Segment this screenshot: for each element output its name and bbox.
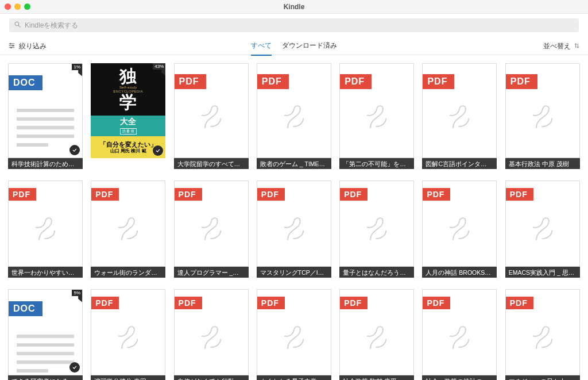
book-item[interactable]: PDF社会政策 駒村 康平,…	[339, 289, 414, 380]
book-cover[interactable]: PDF	[339, 181, 414, 267]
book-cover-art: 独Self-studyENCYCLOPEDIA学大全読 書 猿「自分を変えたい」…	[91, 63, 165, 158]
book-cover[interactable]: PDF	[174, 181, 249, 267]
tab-downloaded[interactable]: ダウンロード済み	[282, 37, 337, 56]
book-cover[interactable]: PDF	[174, 289, 249, 375]
book-item[interactable]: DOC1%科学技術計算のため…	[8, 63, 83, 169]
sort-label: 並べ替え	[543, 41, 571, 51]
book-title: 演習微分積分 寺田…	[91, 375, 165, 380]
pdf-icon	[277, 101, 311, 136]
sort-button[interactable]: 並べ替え	[543, 41, 580, 51]
book-cover[interactable]: PDF	[422, 181, 497, 267]
book-title: マスタリングTCP／I…	[257, 267, 331, 278]
pdf-icon	[360, 213, 393, 248]
book-cover[interactable]: PDF	[91, 181, 165, 267]
book-title: 科学技術計算のため…	[8, 158, 83, 169]
book-title: ウォール街のランダ…	[91, 267, 165, 278]
svg-line-1	[18, 25, 20, 27]
downloaded-check-icon	[69, 145, 80, 155]
search-input[interactable]	[25, 21, 574, 29]
pdf-badge: PDF	[175, 74, 206, 89]
pdf-badge: PDF	[9, 188, 36, 201]
pdf-badge: PDF	[340, 74, 372, 89]
book-title: 「第二の不可能」を追…	[339, 158, 414, 169]
search-icon	[14, 20, 21, 30]
book-cover[interactable]: DOC1%	[8, 63, 83, 158]
book-cover[interactable]: PDF	[505, 181, 580, 267]
book-cover[interactable]: DOC5%	[8, 289, 83, 375]
pdf-badge: PDF	[340, 297, 368, 309]
book-item[interactable]: PDF世界一わかりやすい…	[8, 181, 83, 278]
search-box[interactable]	[9, 18, 579, 32]
progress-badge: 1%	[72, 64, 82, 70]
sort-icon	[574, 43, 580, 51]
book-cover[interactable]: PDF	[339, 289, 414, 375]
progress-badge: 5%	[72, 290, 82, 296]
filter-label: 絞り込み	[19, 41, 47, 51]
pdf-badge: PDF	[91, 188, 119, 201]
book-cover[interactable]: 独Self-studyENCYCLOPEDIA学大全読 書 猿「自分を変えたい」…	[91, 63, 165, 158]
book-item[interactable]: PDF「第二の不可能」を追…	[339, 63, 414, 169]
book-item[interactable]: PDF演習微分積分 寺田…	[91, 289, 165, 380]
pdf-badge: PDF	[423, 297, 450, 309]
pdf-badge: PDF	[506, 74, 537, 89]
book-item[interactable]: PDF社会・政策の統計の…	[422, 289, 497, 380]
pdf-icon	[195, 101, 228, 136]
pdf-icon	[526, 101, 559, 136]
pdf-icon	[443, 321, 476, 357]
pdf-icon	[195, 321, 228, 357]
book-item[interactable]: PDF大学院留学のすべて…	[174, 63, 249, 169]
book-cover[interactable]: PDF	[505, 289, 580, 375]
book-cover[interactable]: PDF	[174, 63, 249, 158]
book-item[interactable]: PDFマスタリングTCP／I…	[257, 181, 331, 278]
book-title: 大学院留学のすべて…	[174, 158, 249, 169]
pdf-icon	[277, 321, 311, 357]
pdf-badge: PDF	[91, 297, 119, 309]
book-item[interactable]: PDF量子とはなんだろう…	[339, 181, 414, 278]
book-item[interactable]: PDF敗者のゲーム _ TIME…	[257, 63, 331, 169]
book-item[interactable]: PDF基本行政法 中原 茂樹	[505, 63, 580, 169]
book-item[interactable]: PDFマネジャーの最も大…	[505, 289, 580, 380]
library-tabs: すべて ダウンロード済み	[0, 37, 588, 56]
book-item[interactable]: PDF人月の神話 BROOKS…	[422, 181, 497, 278]
window-title: Kindle	[0, 3, 588, 11]
book-item[interactable]: 独Self-studyENCYCLOPEDIA学大全読 書 猿「自分を変えたい」…	[91, 63, 165, 169]
book-cover[interactable]: PDF	[257, 289, 331, 375]
book-title: EMACS実践入門 _ 思…	[505, 267, 580, 278]
book-item[interactable]: PDF達人プログラマー _…	[174, 181, 249, 278]
book-cover[interactable]: PDF	[339, 63, 414, 158]
book-item[interactable]: PDF自信がなくても行動…	[174, 289, 249, 380]
book-cover[interactable]: PDF	[257, 181, 331, 267]
tab-all[interactable]: すべて	[251, 37, 272, 56]
filter-button[interactable]: 絞り込み	[8, 41, 47, 51]
book-item[interactable]: PDFよくわかる量子力学	[257, 289, 331, 380]
book-cover[interactable]: PDF	[422, 63, 497, 158]
library-grid: DOC1%科学技術計算のため…独Self-studyENCYCLOPEDIA学大…	[0, 55, 588, 380]
book-item[interactable]: PDFEMACS実践入門 _ 思…	[505, 181, 580, 278]
pdf-badge: PDF	[423, 188, 450, 201]
book-title: マネジャーの最も大…	[505, 375, 580, 380]
pdf-icon	[195, 213, 228, 248]
search-row	[0, 14, 588, 38]
book-cover[interactable]: PDF	[8, 181, 83, 267]
book-item[interactable]: PDF図解C言語ポインタ…	[422, 63, 497, 169]
pdf-icon	[443, 213, 476, 248]
titlebar: Kindle	[0, 0, 588, 14]
book-title: できる研究者になる…	[8, 375, 83, 380]
doc-lines-icon	[17, 335, 74, 373]
book-cover[interactable]: PDF	[505, 63, 580, 158]
pdf-badge: PDF	[506, 297, 533, 309]
book-cover[interactable]: PDF	[257, 63, 331, 158]
book-title: 世界一わかりやすい…	[8, 267, 83, 278]
book-cover[interactable]: PDF	[422, 289, 497, 375]
book-title: 敗者のゲーム _ TIME…	[257, 158, 331, 169]
pdf-badge: PDF	[506, 188, 533, 201]
book-cover[interactable]: PDF	[91, 289, 165, 375]
book-item[interactable]: PDFウォール街のランダ…	[91, 181, 165, 278]
book-title: 達人プログラマー _…	[174, 267, 249, 278]
pdf-icon	[111, 321, 145, 357]
book-item[interactable]: DOC5%できる研究者になる…	[8, 289, 83, 380]
pdf-icon	[526, 213, 559, 248]
pdf-badge: PDF	[423, 74, 454, 89]
book-title: 基本行政法 中原 茂樹	[505, 158, 580, 169]
svg-point-0	[15, 22, 19, 26]
